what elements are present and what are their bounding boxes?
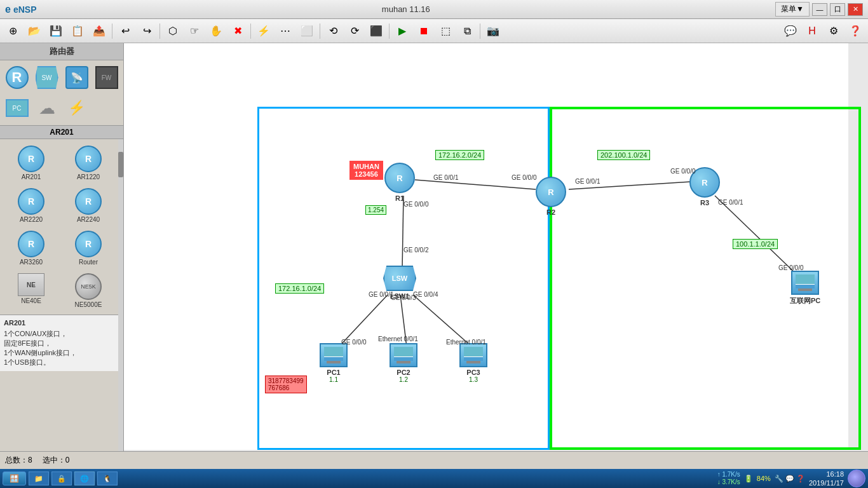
toolbar-sep3 — [250, 24, 251, 39]
r1-router-icon[interactable]: R — [384, 163, 415, 193]
screenshot-button[interactable]: 📷 — [483, 22, 503, 41]
pc1-label: PC1 — [327, 369, 340, 376]
muhan-text: MUHAN123456 — [353, 163, 379, 178]
icon-pc[interactable]: PC — [3, 93, 31, 123]
device-ar2220[interactable]: R AR2220 — [4, 186, 58, 226]
r2-router-icon[interactable]: R — [536, 177, 566, 207]
credential-text: 3187783499767686 — [268, 377, 304, 391]
internet-pc-icon[interactable] — [791, 271, 819, 295]
custom-btn3[interactable]: ⬜ — [297, 22, 317, 41]
device-ar201[interactable]: R AR201 — [4, 143, 58, 183]
icon-power[interactable]: ⚡ — [62, 93, 91, 123]
device-icon-panel: R SW 📡 FW PC — [0, 60, 123, 125]
custom-btn5[interactable]: ⟳ — [344, 22, 365, 41]
toolbar-sep5 — [389, 24, 390, 39]
icon-unknown1[interactable]: SW — [32, 63, 61, 92]
new-button[interactable]: ⊕ — [3, 22, 23, 41]
logo-text: eNSP — [13, 4, 37, 15]
undo-button[interactable]: ↩ — [115, 22, 135, 41]
taskbar-right: ↑ 1.7K/s ↓ 3.7K/s 🔋 84% 🔧 💬 ❓ 16:18 2019… — [717, 470, 865, 488]
r2-node[interactable]: R R2 — [536, 177, 566, 216]
avatar — [848, 470, 865, 487]
clock: 16:18 2019/11/17 — [809, 470, 844, 488]
toolbar-sep6 — [480, 24, 480, 39]
toolbar-btn3[interactable]: 📋 — [67, 22, 88, 41]
help-button[interactable]: ❓ — [845, 22, 865, 41]
device-description: AR201 1个CON/AUX接口， 固定8FE接口， 1个WAN侧uplink… — [0, 315, 123, 371]
taskbar-security[interactable]: 🔒 — [51, 471, 72, 485]
open-button[interactable]: 📂 — [24, 22, 44, 41]
tray-icons: 🔧 💬 ❓ — [775, 475, 805, 483]
pc2-icon[interactable] — [390, 343, 417, 367]
port-pc1-ge000: GE 0/0/0 — [341, 339, 366, 346]
ar2240-icon: R — [75, 188, 102, 215]
r1-node[interactable]: R R1 — [384, 163, 415, 202]
ne5000e-label: NE5000E — [75, 301, 102, 308]
device-ar2240[interactable]: R AR2240 — [61, 186, 116, 226]
pc1-node[interactable]: PC1 1.1 — [320, 343, 348, 383]
scrollbar-thumb[interactable] — [118, 152, 123, 177]
network-speed: ↑ 1.7K/s ↓ 3.7K/s — [717, 471, 740, 486]
play-button[interactable]: ▶ — [392, 22, 412, 41]
ip-100-1-1: 100.1.1.0/24 — [733, 239, 778, 249]
menu-button[interactable]: 菜单▼ — [775, 2, 810, 17]
canvas-area[interactable]: MUHAN123456 3187783499767686 R R1 R R2 — [124, 43, 868, 451]
device-ne40e[interactable]: NE NE40E — [4, 271, 58, 311]
time: 16:18 — [809, 470, 844, 478]
close-button[interactable]: ✕ — [848, 3, 863, 16]
delete-button[interactable]: ✖ — [227, 22, 248, 41]
ar3260-icon: R — [18, 231, 44, 257]
toolbar-btn4[interactable]: 📤 — [89, 22, 109, 41]
start-button[interactable]: 🪟 — [3, 471, 26, 485]
battery-pct: 84% — [757, 475, 771, 482]
device-ar1220[interactable]: R AR1220 — [61, 143, 116, 183]
ar2240-label: AR2240 — [77, 216, 100, 223]
taskbar-qq[interactable]: 🐧 — [97, 471, 118, 485]
custom-btn4[interactable]: ⟲ — [323, 22, 343, 41]
sidebar-scroll-area[interactable]: R AR201 R AR1220 R AR2220 R AR2240 R A — [0, 139, 123, 451]
pc3-node[interactable]: PC3 1.3 — [459, 343, 487, 383]
pc3-icon[interactable] — [459, 343, 487, 367]
custom-btn2[interactable]: ⋯ — [275, 22, 295, 41]
custom-btn7[interactable]: ⬚ — [435, 22, 456, 41]
custom-btn6[interactable]: ⬛ — [366, 22, 386, 41]
ar201-icon: R — [18, 146, 44, 172]
port-r1-ge000: GE 0/0/0 — [403, 201, 428, 208]
ar-section-title: AR201 — [0, 125, 123, 139]
custom-btn8[interactable]: ⧉ — [457, 22, 477, 41]
pc-icon: PC — [6, 97, 29, 119]
network-canvas[interactable]: MUHAN123456 3187783499767686 R R1 R R2 — [124, 43, 848, 450]
save-button[interactable]: 💾 — [46, 22, 66, 41]
device-ar3260[interactable]: R AR3260 — [4, 228, 58, 268]
lsw1-icon[interactable]: LSW — [383, 266, 416, 291]
device-ne5000e[interactable]: NE5K NE5000E — [61, 271, 116, 311]
taskbar-ie[interactable]: 🌐 — [74, 471, 95, 485]
taskbar-explorer[interactable]: 📁 — [29, 471, 49, 485]
cursor-button[interactable]: ☞ — [184, 22, 205, 41]
sidebar: 路由器 R SW 📡 FW — [0, 43, 124, 451]
pc1-icon[interactable] — [320, 343, 348, 367]
icon-wireless[interactable]: 📡 — [62, 63, 91, 92]
icon-firewall[interactable]: FW — [92, 63, 121, 92]
ar2220-label: AR2220 — [20, 216, 43, 223]
hand-button[interactable]: ✋ — [206, 22, 226, 41]
custom-btn1[interactable]: ⚡ — [254, 22, 274, 41]
icon-router[interactable]: R — [3, 63, 31, 92]
maximize-button[interactable]: 口 — [830, 3, 845, 16]
device-router[interactable]: R Router — [61, 228, 116, 268]
scrollbar-track[interactable] — [118, 139, 123, 451]
huawei-button[interactable]: H — [802, 22, 822, 41]
ar-device-grid: R AR201 R AR1220 R AR2220 R AR2240 R A — [0, 139, 123, 315]
redo-button[interactable]: ↪ — [137, 22, 157, 41]
chat-button[interactable]: 💬 — [780, 22, 801, 41]
pc2-node[interactable]: PC2 1.2 — [390, 343, 417, 383]
settings-button[interactable]: ⚙ — [824, 22, 844, 41]
select-button[interactable]: ⬡ — [163, 22, 183, 41]
port-pc2-eth001: Ethernet 0/0/1 — [378, 336, 418, 342]
stop-button[interactable]: ⏹ — [414, 22, 434, 41]
canvas-scroll[interactable]: MUHAN123456 3187783499767686 R R1 R R2 — [124, 43, 868, 451]
minimize-button[interactable]: — — [812, 3, 827, 16]
port-lsw1-ge001: GE 0/0/1 — [369, 291, 393, 298]
internet-pc-node[interactable]: 互联网PC — [790, 271, 820, 306]
icon-cloud[interactable]: ☁ — [32, 93, 61, 123]
